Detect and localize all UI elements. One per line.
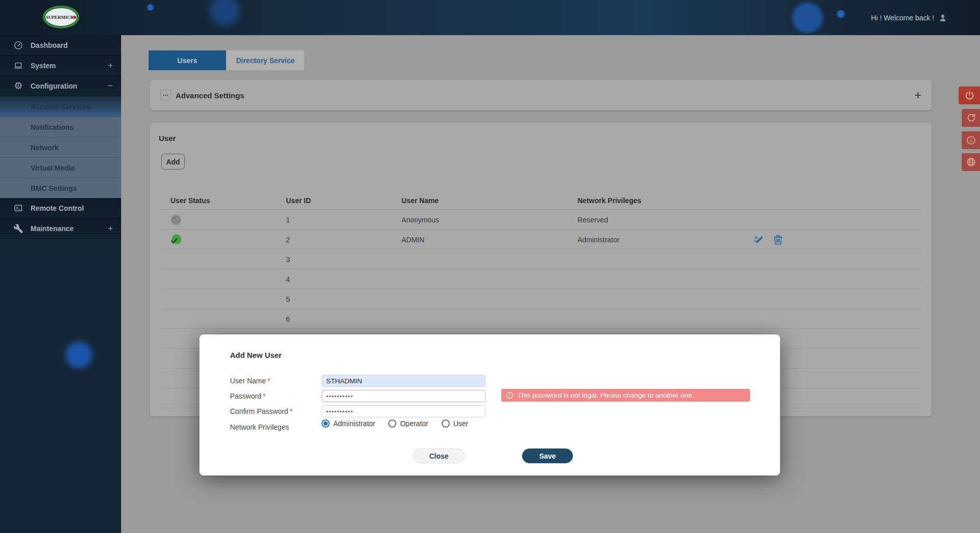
confirm-password-field[interactable] [322,405,485,417]
cell-user-id: 2 [286,230,290,249]
sidebar-item-dashboard[interactable]: Dashboard [0,35,121,55]
top-header: SUPERMICR Hi ! Welcome back ! [0,0,980,35]
wrench-icon [13,223,23,234]
radio-unselected-icon[interactable] [442,419,450,428]
sidebar-item-bmc-settings[interactable]: BMC Settings [0,178,121,198]
user-name-label: User Name* [230,377,270,385]
sidebar-item-label: Dashboard [31,41,68,49]
sidebar-item-remote-control[interactable]: Remote Control [0,198,121,218]
ellipsis-menu-icon[interactable]: ... [160,90,171,100]
tab-users[interactable]: Users [149,50,226,70]
password-error-banner: This password is not legal. Please chang… [501,389,750,402]
welcome-text: Hi ! Welcome back ! [871,14,934,22]
cell-user-id: 5 [286,289,290,309]
decorative-circle [837,10,845,18]
privilege-radio-group: Administrator Operator User [322,419,468,428]
delete-user-icon[interactable] [772,234,784,246]
cell-user-id: 1 [286,210,290,230]
sidebar-item-label: Account Services [31,103,91,111]
sidebar-item-label: Notifications [31,123,74,131]
user-disabled-icon [170,210,182,230]
sidebar-item-label: Network [31,144,59,152]
user-avatar-icon[interactable] [938,13,947,22]
table-row: 2 ADMIN Administrator [160,230,921,249]
cell-user-name: ADMIN [401,230,424,249]
add-new-user-dialog: Add New User User Name* Password* This p… [199,334,780,475]
power-button[interactable] [959,87,980,104]
password-field[interactable] [322,390,485,402]
decorative-circle [66,342,92,368]
error-message-text: This password is not legal. Please chang… [517,391,694,399]
radio-selected-icon[interactable] [322,419,330,428]
tab-group: Users Directory Service [148,50,305,71]
sidebar-item-label: System [31,62,56,70]
refresh-icon [966,113,976,123]
dialog-title: Add New User [230,351,282,359]
edit-user-icon[interactable] [753,234,765,246]
sidebar-item-network[interactable]: Network [0,137,121,157]
radio-user[interactable]: User [442,419,469,428]
laptop-icon [13,61,23,71]
required-asterisk: * [268,377,270,385]
expand-advanced-plus-icon[interactable]: + [914,80,921,110]
decorative-circle [792,3,823,33]
expand-plus-icon[interactable]: + [108,223,113,234]
sidebar-item-label: Configuration [31,82,77,90]
row-actions [753,230,784,249]
refresh-button[interactable] [962,109,980,127]
required-asterisk: * [290,407,292,415]
sidebar-item-maintenance[interactable]: Maintenance + [0,218,121,239]
sidebar-item-notifications[interactable]: Notifications [0,117,121,137]
decorative-circle [210,0,239,25]
col-header-user-name: User Name [401,197,439,205]
sidebar-item-label: Maintenance [31,225,74,233]
network-privileges-label: Network Privileges [230,423,289,431]
table-row: 3 [160,249,921,269]
confirm-password-label: Confirm Password* [230,407,293,415]
radio-operator[interactable]: Operator [388,419,428,428]
cell-user-id: 3 [286,249,290,269]
gauge-icon [13,40,23,50]
supermicro-logo[interactable]: SUPERMICR [43,6,79,29]
sidebar-item-virtual-media[interactable]: Virtual Media [0,157,121,178]
globe-button[interactable] [962,153,980,171]
save-button[interactable]: Save [522,448,573,463]
cell-network-privileges: Reserved [578,210,608,230]
sidebar-nav: Dashboard System + ⚙ Configuration − Acc… [0,35,121,533]
add-user-button[interactable]: Add [161,154,185,170]
table-row: 6 [160,309,921,329]
decorative-circle [147,4,154,11]
sidebar-item-label: BMC Settings [31,184,77,192]
radio-administrator[interactable]: Administrator [322,419,375,428]
advanced-settings-title: Advanced Settings [176,80,244,110]
col-header-user-status: User Status [170,197,210,205]
globe-icon [966,157,976,167]
logo-text: SUPERMICR [46,15,74,20]
required-asterisk: * [263,392,265,400]
table-header-row: User Status User ID User Name Network Pr… [160,193,921,210]
col-header-user-id: User ID [286,197,311,205]
radio-unselected-icon[interactable] [388,419,396,428]
tab-directory-service[interactable]: Directory Service [226,50,304,70]
sidebar-item-label: Remote Control [31,204,84,212]
collapse-minus-icon[interactable]: − [108,81,113,91]
sidebar-item-configuration[interactable]: ⚙ Configuration − [0,76,121,96]
col-header-network-privileges: Network Privileges [578,197,641,205]
gear-icon: ⚙ [13,81,23,91]
sidebar-item-system[interactable]: System + [0,55,121,76]
cell-user-name: Anonymous [401,210,439,230]
expand-plus-icon[interactable]: + [108,61,113,71]
sidebar-item-account-services[interactable]: Account Services [0,96,121,117]
user-name-field[interactable] [322,375,485,387]
password-label: Password* [230,392,266,400]
error-alert-icon [506,391,513,399]
info-button[interactable] [962,131,980,149]
table-row: 5 [160,289,921,309]
cell-user-id: 4 [286,269,290,289]
user-enabled-icon [170,230,182,249]
close-button[interactable]: Close [413,448,465,463]
info-icon [966,135,976,146]
table-row: 4 [160,269,921,289]
terminal-icon [13,203,23,213]
table-row: 1 Anonymous Reserved [160,210,921,230]
